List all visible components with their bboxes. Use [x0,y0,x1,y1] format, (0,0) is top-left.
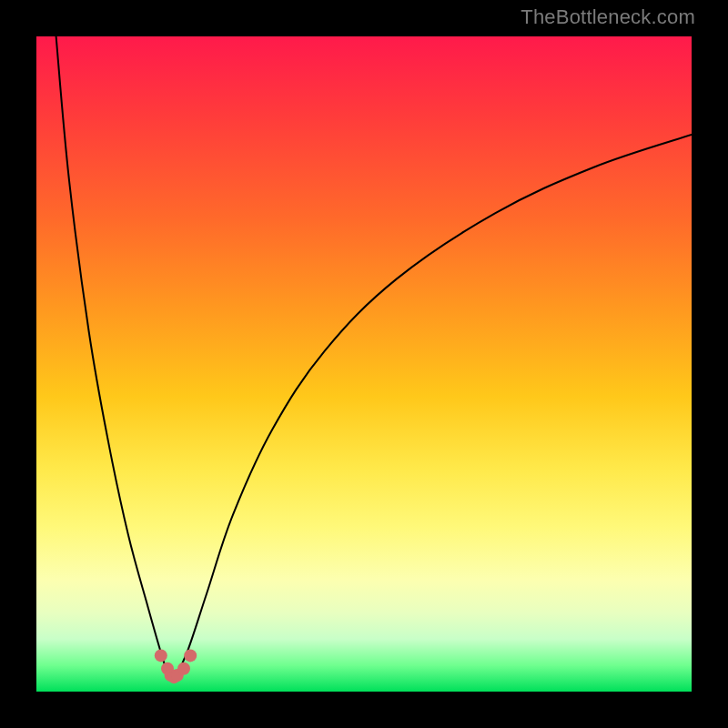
watermark-text: TheBottleneck.com [521,5,695,29]
bottom-marker-cluster [155,649,197,683]
bottom-marker-dot [184,649,197,662]
chart-frame: TheBottleneck.com [0,0,728,728]
curve-layer [36,36,692,692]
curve-left-branch [56,36,175,679]
plot-area [36,36,692,692]
bottom-marker-dot [155,649,167,662]
bottom-marker-dot [177,662,190,675]
curve-right-branch [174,135,692,679]
